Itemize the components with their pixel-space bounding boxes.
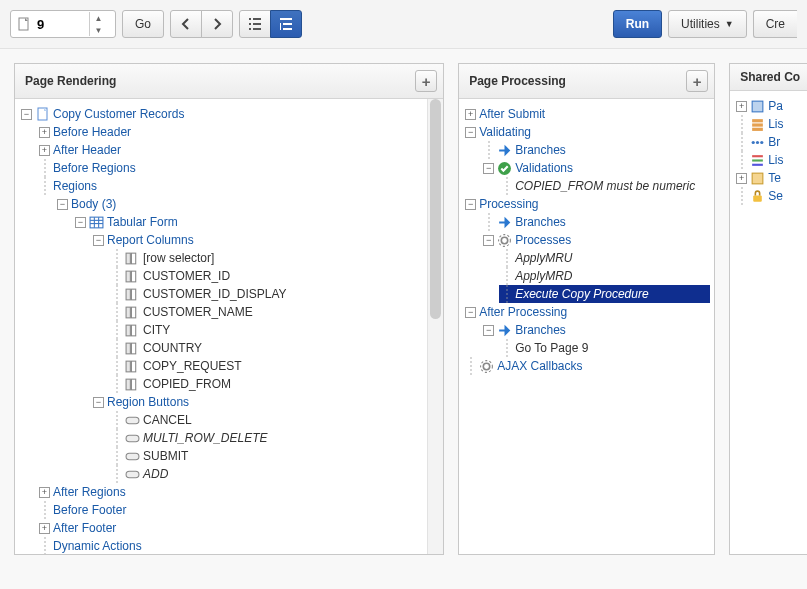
col-city[interactable]: CITY	[143, 321, 170, 339]
col-customer-id-display[interactable]: CUSTOMER_ID_DISPLAY	[143, 285, 287, 303]
toggle-expand[interactable]: +	[465, 109, 476, 120]
node-region-buttons[interactable]: Region Buttons	[107, 393, 189, 411]
toggle-collapse[interactable]: −	[483, 163, 494, 174]
spinner-down[interactable]: ▼	[90, 24, 107, 36]
scrollbar[interactable]	[427, 99, 443, 554]
col-country[interactable]: COUNTRY	[143, 339, 202, 357]
toggle-collapse[interactable]: −	[465, 307, 476, 318]
node-branches[interactable]: Branches	[515, 141, 566, 159]
svg-rect-19	[126, 271, 130, 282]
node-after-footer[interactable]: After Footer	[53, 519, 116, 537]
node-processes[interactable]: Processes	[515, 231, 571, 249]
shared-br[interactable]: Br	[768, 133, 780, 151]
go-button[interactable]: Go	[122, 10, 164, 38]
node-body[interactable]: Body (3)	[71, 195, 116, 213]
view-tree-button[interactable]	[270, 10, 302, 38]
node-branches[interactable]: Branches	[515, 213, 566, 231]
btn-add[interactable]: ADD	[143, 465, 168, 483]
node-execute-copy-selected[interactable]: Execute Copy Procedure	[499, 285, 710, 303]
toggle-expand[interactable]: +	[39, 523, 50, 534]
svg-rect-31	[126, 379, 130, 390]
page-number-field[interactable]: ▲ ▼	[10, 10, 116, 38]
btn-submit[interactable]: SUBMIT	[143, 447, 188, 465]
node-before-header[interactable]: Before Header	[53, 123, 131, 141]
shared-lis[interactable]: Lis	[768, 115, 783, 133]
node-after-submit[interactable]: After Submit	[479, 105, 545, 123]
node-branches[interactable]: Branches	[515, 321, 566, 339]
view-grid-button[interactable]	[239, 10, 271, 38]
node-regions[interactable]: Regions	[53, 177, 97, 195]
toggle-collapse[interactable]: −	[75, 217, 86, 228]
svg-rect-22	[131, 289, 135, 300]
shared-tree[interactable]: +Pa Lis Br Lis +Te Se	[730, 91, 807, 211]
toggle-collapse[interactable]: −	[21, 109, 32, 120]
node-processing[interactable]: Processing	[479, 195, 538, 213]
node-goto-page-9[interactable]: Go To Page 9	[515, 339, 588, 357]
node-apply-mru[interactable]: ApplyMRU	[515, 249, 572, 267]
node-apply-mrd[interactable]: ApplyMRD	[515, 267, 572, 285]
gear-icon	[479, 359, 494, 374]
toggle-expand[interactable]: +	[39, 487, 50, 498]
toggle-collapse[interactable]: −	[57, 199, 68, 210]
node-validating[interactable]: Validating	[479, 123, 531, 141]
toggle-expand[interactable]: +	[39, 145, 50, 156]
processing-tree[interactable]: +After Submit −Validating Branches −Vali…	[459, 99, 714, 381]
toggle-expand[interactable]: +	[39, 127, 50, 138]
svg-rect-44	[752, 123, 763, 126]
rendering-tree[interactable]: − Copy Customer Records +Before Header +…	[15, 99, 443, 554]
next-page-button[interactable]	[201, 10, 233, 38]
svg-point-40	[483, 363, 489, 369]
prev-page-button[interactable]	[170, 10, 202, 38]
panel-rendering-body: − Copy Customer Records +Before Header +…	[15, 99, 443, 554]
toggle-collapse[interactable]: −	[93, 235, 104, 246]
shared-te[interactable]: Te	[768, 169, 781, 187]
toggle-collapse[interactable]: −	[465, 127, 476, 138]
shared-pa[interactable]: Pa	[768, 97, 783, 115]
svg-rect-52	[752, 173, 763, 184]
node-execute-copy[interactable]: Execute Copy Procedure	[515, 285, 648, 303]
svg-point-46	[752, 140, 755, 143]
panel-rendering-add-button[interactable]: +	[415, 70, 437, 92]
col-copy-request[interactable]: COPY_REQUEST	[143, 357, 242, 375]
node-ajax-callbacks[interactable]: AJAX Callbacks	[497, 357, 582, 375]
node-after-processing[interactable]: After Processing	[479, 303, 567, 321]
utilities-label: Utilities	[681, 17, 720, 31]
tree-root[interactable]: Copy Customer Records	[53, 105, 184, 123]
shared-lis2[interactable]: Lis	[768, 151, 783, 169]
col-copied-from[interactable]: COPIED_FROM	[143, 375, 231, 393]
toggle-collapse[interactable]: −	[465, 199, 476, 210]
btn-cancel[interactable]: CANCEL	[143, 411, 192, 429]
toggle-expand[interactable]: +	[736, 173, 747, 184]
create-button[interactable]: Cre	[753, 10, 797, 38]
toggle-collapse[interactable]: −	[483, 235, 494, 246]
page-number-input[interactable]	[35, 16, 89, 33]
node-copied-from-numeric[interactable]: COPIED_FROM must be numeric	[515, 177, 695, 195]
node-before-footer[interactable]: Before Footer	[53, 501, 126, 519]
col-customer-id[interactable]: CUSTOMER_ID	[143, 267, 230, 285]
node-validations[interactable]: Validations	[515, 159, 573, 177]
col-row-selector[interactable]: [row selector]	[143, 249, 214, 267]
toggle-expand[interactable]: +	[736, 101, 747, 112]
svg-rect-25	[126, 325, 130, 336]
shared-se[interactable]: Se	[768, 187, 783, 205]
node-after-regions[interactable]: After Regions	[53, 483, 126, 501]
scroll-thumb[interactable]	[430, 99, 441, 319]
spinner-up[interactable]: ▲	[90, 12, 107, 24]
node-report-columns[interactable]: Report Columns	[107, 231, 194, 249]
button-icon	[125, 449, 140, 464]
utilities-button[interactable]: Utilities ▼	[668, 10, 747, 38]
toggle-collapse[interactable]: −	[93, 397, 104, 408]
node-before-regions[interactable]: Before Regions	[53, 159, 136, 177]
column-icon	[125, 377, 140, 392]
node-tabular-form[interactable]: Tabular Form	[107, 213, 178, 231]
panel-processing-add-button[interactable]: +	[686, 70, 708, 92]
page-spinner[interactable]: ▲ ▼	[89, 12, 107, 36]
node-dynamic-actions[interactable]: Dynamic Actions	[53, 537, 142, 554]
run-button[interactable]: Run	[613, 10, 662, 38]
node-after-header[interactable]: After Header	[53, 141, 121, 159]
toggle-collapse[interactable]: −	[483, 325, 494, 336]
btn-multi-row-delete[interactable]: MULTI_ROW_DELETE	[143, 429, 267, 447]
svg-point-47	[756, 140, 759, 143]
svg-rect-29	[126, 361, 130, 372]
col-customer-name[interactable]: CUSTOMER_NAME	[143, 303, 253, 321]
